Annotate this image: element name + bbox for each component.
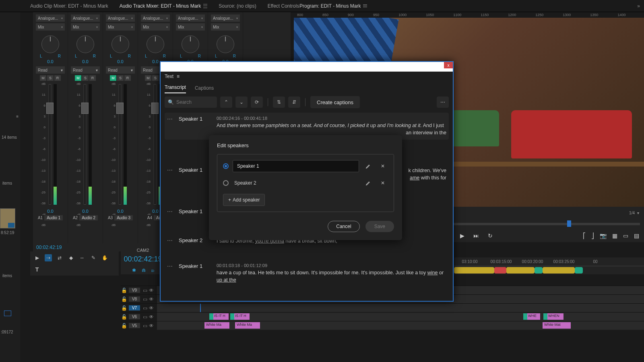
program-ruler[interactable]: 8008509009501000105011001150120012501300… [294,12,644,18]
speaker-label[interactable]: Speaker 2 [179,237,211,245]
pan-knob[interactable] [147,35,164,53]
transcript-list[interactable]: ⋯ Speaker 1 00:00:24:16 - 00:00:41:18 An… [161,111,453,300]
refresh-button[interactable]: ⟳ [251,97,263,108]
send-dropdown[interactable]: Mix▾ [36,23,65,31]
cancel-button[interactable]: Cancel [328,221,359,232]
fader[interactable]: dB11630-3-6-10-13-18-25-38-∞dB [73,82,97,207]
mute-button[interactable]: M [75,75,81,81]
record-button[interactable]: R [89,75,96,81]
send-dropdown[interactable]: Mix▾ [176,23,205,31]
playhead-icon[interactable] [567,220,571,227]
sync-lock-icon[interactable]: ▭ [142,314,148,320]
fx-dropdown[interactable]: Analogue...▾ [141,14,170,22]
search-input[interactable]: 🔍 [165,97,217,108]
pan-knob[interactable] [76,35,94,53]
record-button[interactable]: R [54,75,61,81]
clip[interactable]: IS IT H [230,313,250,320]
speaker-name-input[interactable] [233,160,359,172]
create-captions-button[interactable]: Create captions [310,96,360,108]
safe-margins-button[interactable]: ▭ [623,232,628,239]
speaker-label[interactable]: Speaker 1 [179,116,211,136]
send-dropdown[interactable]: Mix▾ [106,23,135,31]
lock-icon[interactable]: 🔓 [121,323,127,329]
fader[interactable]: dB11630-3-6-10-13-18-25-38-∞dB [38,82,62,207]
fx-dropdown[interactable]: Analogue...▾ [71,14,100,22]
speaker-radio[interactable] [223,180,229,186]
segment-menu-icon[interactable]: ⋯ [167,116,173,136]
track-toggle[interactable]: V9 [129,288,140,293]
comparison-button[interactable]: ▦ [612,232,617,239]
track-toggle[interactable]: V5 [129,323,140,328]
tab-audio-track-mixer[interactable]: Audio Track Mixer: EDIT - Minus Mark [120,3,208,9]
delete-icon[interactable]: ✕ [378,161,388,171]
mark-out-button[interactable]: ⎦ [591,232,594,239]
loop-button[interactable]: ↻ [488,232,493,239]
pen-tool[interactable]: ✎ [90,254,97,261]
hand-tool[interactable]: ✋ [101,254,108,261]
panel-menu-icon[interactable]: ≡ [16,114,19,119]
segment-menu-icon[interactable]: ⋯ [167,263,173,284]
window-titlebar[interactable]: x [161,62,453,72]
selection-tool[interactable]: ▶ [33,254,41,261]
mute-button[interactable]: M [40,75,46,81]
track-select-tool[interactable]: ⇢ [45,254,52,261]
dropdown-chevron-icon[interactable]: ▾ [637,211,639,215]
track-lane[interactable] [157,304,644,312]
play-button[interactable]: ▶ [460,232,464,239]
timeline-ruler[interactable]: 03:10:0000:03:15:0000:03:20:0000:03:25:0… [454,257,644,266]
sequence-name[interactable]: CAM2 [121,248,165,253]
clip[interactable]: White Mat [543,322,571,329]
edit-icon[interactable] [363,161,374,171]
tab-transcript[interactable]: Transcript [165,84,186,93]
merge-up-button[interactable]: ⇅ [273,97,285,108]
more-options-button[interactable]: ⋯ [437,97,449,108]
eye-icon[interactable]: 👁 [148,314,155,320]
track-toggle[interactable]: V7 [129,305,140,311]
mark-in-button[interactable]: ⎡ [583,232,586,239]
lock-icon[interactable]: 🔓 [121,288,127,293]
slip-tool[interactable]: ↔ [78,254,86,261]
track-lane[interactable]: White Ma White Ma White Mat [157,321,644,330]
settings-button[interactable]: ▤ [634,232,639,239]
lock-icon[interactable]: 🔓 [121,305,127,311]
razor-tool[interactable]: ◆ [67,254,74,261]
timecode[interactable]: 00:02:42:19 [36,245,62,250]
next-result-button[interactable]: ⌄ [235,97,248,108]
timeline-marker-bar[interactable] [454,266,644,274]
track-name[interactable]: Audio 1 [44,215,63,220]
add-speaker-button[interactable]: +Add speaker [223,194,265,206]
send-dropdown[interactable]: Mix▾ [211,23,240,31]
clip[interactable]: WHEN [543,313,564,320]
edit-icon[interactable] [363,178,374,188]
step-fwd-button[interactable]: ⏭ [473,232,479,239]
pan-knob[interactable] [41,35,59,53]
lock-icon[interactable]: 🔓 [121,314,127,320]
solo-button[interactable]: S [117,75,124,81]
marker-icon[interactable]: ⋒ [142,267,146,273]
export-frame-button[interactable]: 📷 [600,232,607,239]
eye-icon[interactable]: 👁 [148,305,155,311]
track-toggle[interactable]: V6 [129,314,140,319]
merge-down-button[interactable]: ⇵ [288,97,300,108]
speaker-label[interactable]: Speaker 1 [179,263,211,284]
mute-button[interactable]: M [110,75,116,81]
hamburger-icon[interactable] [363,4,367,7]
segment-menu-icon[interactable]: ⋯ [167,237,173,245]
record-button[interactable]: R [124,75,131,81]
fx-dropdown[interactable]: Analogue...▾ [106,14,135,22]
speaker-label[interactable]: Speaker 1 [179,167,211,181]
sync-lock-icon[interactable]: ▭ [142,296,148,302]
prev-result-button[interactable]: ⌃ [220,97,232,108]
sequence-timecode[interactable]: 00:02:42:19 [121,255,165,263]
sync-lock-icon[interactable]: ▭ [142,323,148,329]
hamburger-icon[interactable]: ≡ [177,74,180,79]
fader[interactable]: dB11630-3-6-10-13-18-25-38-∞dB [108,82,132,207]
send-dropdown[interactable]: Mix▾ [141,23,170,31]
automation-dropdown[interactable]: Read▾ [106,66,135,74]
segment-text[interactable]: And there were some pamphlets on a seat.… [217,122,446,129]
lock-icon[interactable]: 🔓 [121,296,127,302]
fx-dropdown[interactable]: Analogue...▾ [211,14,240,22]
tab-audio-clip-mixer[interactable]: Audio Clip Mixer: EDIT - Minus Mark [30,3,108,9]
save-button[interactable]: Save [365,221,394,232]
tab-captions[interactable]: Captions [195,85,214,93]
